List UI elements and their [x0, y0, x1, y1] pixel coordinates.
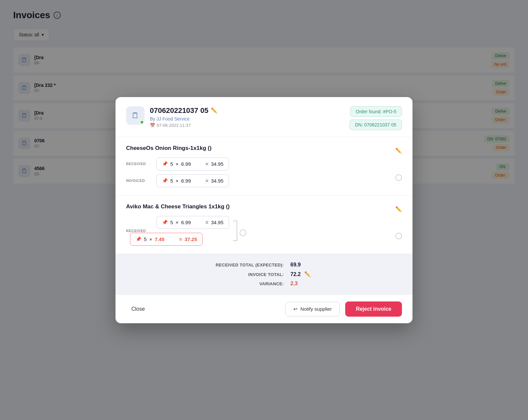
invoiced-total-eq-1: = [206, 178, 209, 184]
line-item-name-1: CheeseOs Onion Rings-1x1kg () [126, 145, 390, 152]
variance-value: 2.3 [290, 281, 317, 287]
dn-badge: DN: 0706221037 05 [349, 120, 402, 130]
received-total-1: 34.95 [211, 161, 223, 167]
close-button[interactable]: Close [126, 303, 150, 315]
invoiced-qty-2: 5 [144, 236, 147, 242]
invoice-number: 070620221037 05 [150, 106, 208, 115]
summary-section: RECEIVED TOTAL (EXPECTED): 69.9 INVOICE … [116, 254, 412, 295]
pin-icon: 📌 [162, 220, 168, 225]
invoiced-qty-1: 5 [170, 178, 173, 184]
edit-line-icon-1[interactable]: ✏️ [395, 148, 402, 154]
header-right: Order found: #PO-5 DN: 0706221037 05 [349, 106, 402, 130]
invoiced-total-1: 34.95 [211, 178, 223, 184]
modal-header: 🗒 070620221037 05 ✏️ By JJ Food Service … [116, 97, 412, 137]
received-qty-1: 5 [170, 161, 173, 167]
modal-footer: Close ↩ Notify supplier Reject invoice [116, 295, 412, 323]
edit-icon[interactable]: ✏️ [211, 107, 217, 114]
received-price-1: 6.99 [181, 161, 191, 167]
pin-icon: 📌 [136, 236, 141, 242]
variance-bracket [232, 219, 238, 242]
received-total-eq-1: = [206, 161, 209, 167]
received-price-2: 6.99 [181, 220, 191, 225]
invoice-date: 📅 07-06-2022 11:37 [150, 123, 217, 128]
header-left: 🗒 070620221037 05 ✏️ By JJ Food Service … [126, 106, 217, 128]
invoiced-qty-box-2: 📌 5 × 7.45 = 37.25 [130, 233, 203, 246]
pin-icon: 📌 [162, 161, 168, 166]
received-total-value: 69.9 [290, 262, 317, 268]
invoice-modal: 🗒 070620221037 05 ✏️ By JJ Food Service … [116, 97, 412, 323]
edit-total-icon[interactable]: ✏️ [304, 271, 311, 277]
invoice-title: 070620221037 05 ✏️ [150, 106, 217, 115]
invoiced-total-2: 37.25 [184, 236, 197, 242]
radio-btn-variance[interactable] [240, 229, 246, 236]
edit-line-icon-2[interactable]: ✏️ [395, 206, 402, 212]
invoice-avatar: 🗒 [126, 106, 145, 125]
reject-invoice-button[interactable]: Reject invoice [345, 301, 402, 317]
invoice-supplier: By JJ Food Service [150, 116, 217, 122]
invoiced-row-1: INVOICED 📌 5 × 6.99 = 34.95 [126, 174, 390, 187]
line-item-section-2: Aviko Mac & Cheese Triangles 1x1kg () RE… [116, 195, 412, 254]
invoice-info: 070620221037 05 ✏️ By JJ Food Service 📅 … [150, 106, 217, 128]
received-row-1: RECEIVED 📌 5 × 6.99 = 34.95 [126, 158, 390, 170]
modal-body: CheeseOs Onion Rings-1x1kg () RECEIVED 📌… [116, 137, 412, 295]
invoiced-label: INVOICED [126, 179, 152, 183]
line-item-section-1: CheeseOs Onion Rings-1x1kg () RECEIVED 📌… [116, 137, 412, 195]
status-dot [140, 120, 144, 124]
received-total-2: 34.95 [211, 220, 223, 225]
notify-icon: ↩ [293, 306, 298, 312]
line-item-rows-1: RECEIVED 📌 5 × 6.99 = 34.95 [126, 158, 390, 187]
invoiced-price-2: 7.45 [155, 236, 164, 242]
variance-label: VARIANCE: [211, 281, 284, 286]
received-qty-2: 5 [170, 220, 173, 225]
received-qty-box-1: 📌 5 × 6.99 = 34.95 [156, 158, 229, 170]
invoice-total-label: INVOICE TOTAL: [211, 272, 284, 277]
order-found-badge: Order found: #PO-5 [350, 106, 402, 117]
line-item-rows-2: RECEIVED 📌 5 × 6.99 = [126, 216, 390, 246]
line-item-name-2: Aviko Mac & Cheese Triangles 1x1kg () [126, 203, 390, 210]
variance-line: VARIANCE: 2.3 [126, 281, 402, 287]
radio-btn-1[interactable] [395, 174, 402, 181]
modal-overlay: 🗒 070620221037 05 ✏️ By JJ Food Service … [0, 0, 528, 420]
received-qty-box-2: 📌 5 × 6.99 = 34.95 [156, 216, 229, 229]
pin-icon: 📌 [162, 178, 168, 183]
radio-btn-2[interactable] [395, 233, 402, 239]
received-row-2: RECEIVED 📌 5 × 6.99 = [126, 216, 390, 246]
invoice-total-value: 72.2 ✏️ [290, 271, 317, 277]
summary-rows: RECEIVED TOTAL (EXPECTED): 69.9 INVOICE … [126, 262, 402, 287]
notify-supplier-button[interactable]: ↩ Notify supplier [285, 302, 340, 316]
calendar-icon: 📅 [150, 123, 155, 128]
received-label: RECEIVED [126, 162, 152, 166]
received-label: RECEIVED [126, 229, 152, 233]
invoiced-price-1: 6.99 [181, 178, 191, 184]
invoiced-qty-box-1: 📌 5 × 6.99 = 34.95 [156, 174, 229, 187]
received-total-label: RECEIVED TOTAL (EXPECTED): [211, 262, 284, 267]
received-total-line: RECEIVED TOTAL (EXPECTED): 69.9 [126, 262, 402, 268]
invoice-total-line: INVOICE TOTAL: 72.2 ✏️ [126, 271, 402, 277]
